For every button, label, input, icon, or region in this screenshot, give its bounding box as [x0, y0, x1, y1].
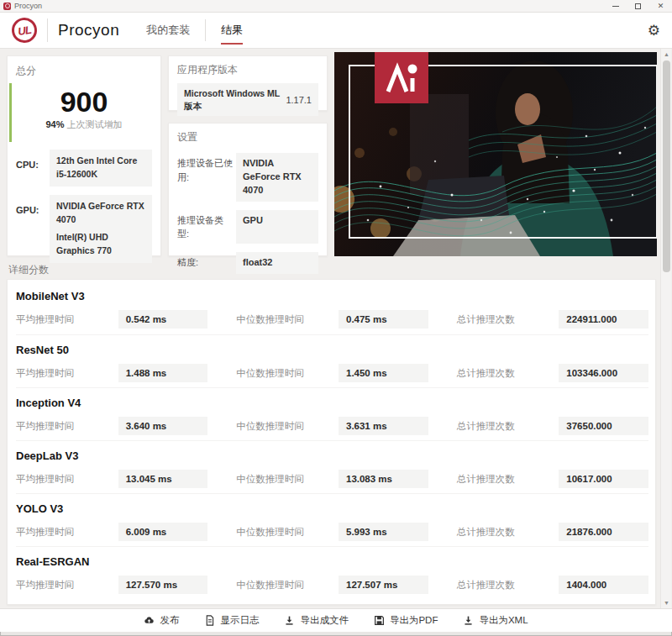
- window-title: Procyon: [14, 2, 42, 10]
- vertical-scrollbar[interactable]: ▲ ▼: [660, 49, 671, 608]
- avg-time-label: 平均推理时间: [16, 313, 118, 326]
- gpu-value-line2: Intel(R) UHD Graphics 770: [56, 231, 145, 258]
- title-bar: Procyon ✕: [0, 0, 672, 13]
- total-count-label: 总计推理次数: [457, 420, 559, 433]
- total-count-label: 总计推理次数: [457, 579, 559, 591]
- app-header: UL Procyon 我的套装 结果 ⚙: [0, 13, 672, 49]
- total-count-value: 10617.000: [559, 470, 648, 488]
- total-count-label: 总计推理次数: [457, 473, 559, 486]
- setting-row-device-type: 推理设备类型: GPU: [177, 210, 318, 244]
- total-count-value: 37650.000: [559, 417, 648, 435]
- model-section-inception: Inception V4 平均推理时间 3.640 ms 中位数推理时间 3.6…: [16, 387, 648, 440]
- gear-icon[interactable]: ⚙: [648, 24, 660, 38]
- detailed-scores-card: MobileNet V3 平均推理时间 0.542 ms 中位数推理时间 0.4…: [7, 279, 656, 605]
- avg-time-value: 1.488 ms: [118, 364, 208, 382]
- total-count-value: 224911.000: [559, 310, 648, 329]
- show-log-button[interactable]: 显示日志: [204, 614, 259, 627]
- export-pdf-button[interactable]: 导出为PDF: [374, 614, 438, 627]
- score-indicator-bar: [9, 83, 12, 142]
- model-section-esrgan: Real-ESRGAN 平均推理时间 127.570 ms 中位数推理时间 12…: [16, 546, 648, 599]
- cpu-label: CPU:: [16, 150, 50, 187]
- export-xml-button[interactable]: 导出为XML: [463, 614, 528, 627]
- scroll-up-arrow[interactable]: ▲: [661, 49, 672, 60]
- model-name: Real-ESRGAN: [16, 555, 648, 568]
- hero-image: [334, 52, 657, 256]
- export-xml-label: 导出为XML: [479, 614, 528, 627]
- setting-device-type-value: GPU: [236, 210, 318, 244]
- total-count-label: 总计推理次数: [457, 526, 559, 539]
- score-delta-pct: 94%: [45, 119, 64, 129]
- app-version-row: Microsoft Windows ML 版本 1.17.1: [177, 83, 318, 116]
- model-section-deeplab: DeepLab V3 平均推理时间 13.045 ms 中位数推理时间 13.0…: [16, 440, 648, 493]
- footer-toolbar: 发布 显示日志 导出成文件 导出为PDF 导出为XML: [0, 608, 672, 632]
- setting-device-label: 推理设备已使用:: [177, 153, 233, 202]
- avg-time-value: 3.640 ms: [118, 417, 208, 435]
- model-name: MobileNet V3: [16, 290, 648, 302]
- export-file-label: 导出成文件: [300, 614, 349, 627]
- publish-button[interactable]: 发布: [144, 614, 179, 627]
- scroll-down-arrow[interactable]: ▼: [661, 597, 672, 608]
- avg-time-label: 平均推理时间: [16, 579, 118, 591]
- tab-my-suites[interactable]: 我的套装: [141, 13, 195, 48]
- brand-title: Procyon: [58, 21, 119, 39]
- app-version-label: Microsoft Windows ML 版本: [184, 87, 281, 112]
- cpu-value: 12th Gen Intel Core i5-12600K: [50, 150, 152, 187]
- avg-time-value: 127.570 ms: [118, 576, 208, 594]
- model-name: ResNet 50: [16, 344, 648, 356]
- model-name: DeepLab V3: [16, 449, 648, 462]
- median-time-label: 中位数推理时间: [236, 526, 339, 539]
- median-time-value: 1.450 ms: [339, 364, 428, 382]
- gpu-value: NVIDIA GeForce RTX 4070 Intel(R) UHD Gra…: [50, 195, 152, 263]
- setting-device-value: NVIDIA GeForce RTX 4070: [236, 153, 318, 202]
- model-section-mobilenet: MobileNet V3 平均推理时间 0.542 ms 中位数推理时间 0.4…: [16, 281, 648, 334]
- ul-logo: UL: [10, 16, 39, 45]
- median-time-value: 0.475 ms: [339, 310, 428, 329]
- model-name: Inception V4: [16, 397, 648, 409]
- median-time-label: 中位数推理时间: [236, 579, 339, 591]
- app-version-title: 应用程序版本: [177, 63, 318, 77]
- scroll-thumb[interactable]: [663, 60, 670, 272]
- total-count-label: 总计推理次数: [457, 313, 559, 326]
- app-icon: [3, 3, 11, 10]
- gpu-label: GPU:: [16, 195, 50, 263]
- export-file-button[interactable]: 导出成文件: [284, 614, 349, 627]
- app-version-card: 应用程序版本 Microsoft Windows ML 版本 1.17.1: [168, 55, 328, 111]
- ai-badge: [375, 52, 428, 103]
- median-time-label: 中位数推理时间: [236, 367, 339, 380]
- download-file-icon: [284, 615, 295, 626]
- minimize-button[interactable]: [604, 0, 627, 12]
- app-version-value: 1.17.1: [286, 95, 312, 105]
- cloud-upload-icon: [144, 615, 155, 626]
- total-score-title: 总分: [16, 64, 152, 78]
- save-disk-icon: [374, 615, 385, 626]
- total-score-value: 900: [16, 87, 152, 118]
- setting-precision-label: 精度:: [177, 252, 233, 274]
- model-section-resnet: ResNet 50 平均推理时间 1.488 ms 中位数推理时间 1.450 …: [16, 334, 648, 387]
- model-name: YOLO V3: [16, 502, 648, 515]
- publish-label: 发布: [160, 614, 179, 627]
- tab-divider: [205, 19, 206, 41]
- median-time-label: 中位数推理时间: [236, 313, 339, 326]
- main-tabs: 我的套装 结果: [141, 13, 248, 48]
- median-time-value: 13.083 ms: [339, 470, 428, 488]
- score-delta-label: 上次测试增加: [67, 119, 123, 129]
- avg-time-value: 6.009 ms: [118, 523, 208, 541]
- median-time-label: 中位数推理时间: [236, 420, 339, 433]
- procyon-ai-logo: [383, 61, 420, 95]
- tab-results[interactable]: 结果: [216, 13, 248, 48]
- median-time-value: 3.631 ms: [339, 417, 428, 435]
- download-xml-icon: [463, 615, 474, 626]
- avg-time-label: 平均推理时间: [16, 420, 118, 433]
- setting-precision-value: float32: [236, 252, 318, 274]
- total-count-value: 103346.000: [559, 364, 648, 382]
- avg-time-label: 平均推理时间: [16, 367, 118, 380]
- median-time-value: 5.993 ms: [339, 523, 428, 541]
- maximize-button[interactable]: [627, 0, 649, 12]
- setting-row-device: 推理设备已使用: NVIDIA GeForce RTX 4070: [177, 153, 318, 202]
- settings-title: 设置: [177, 130, 318, 145]
- export-pdf-label: 导出为PDF: [390, 614, 438, 627]
- close-button[interactable]: ✕: [649, 0, 672, 12]
- median-time-value: 127.507 ms: [339, 576, 428, 594]
- setting-row-precision: 精度: float32: [177, 252, 318, 274]
- gpu-value-line1: NVIDIA GeForce RTX 4070: [56, 200, 145, 227]
